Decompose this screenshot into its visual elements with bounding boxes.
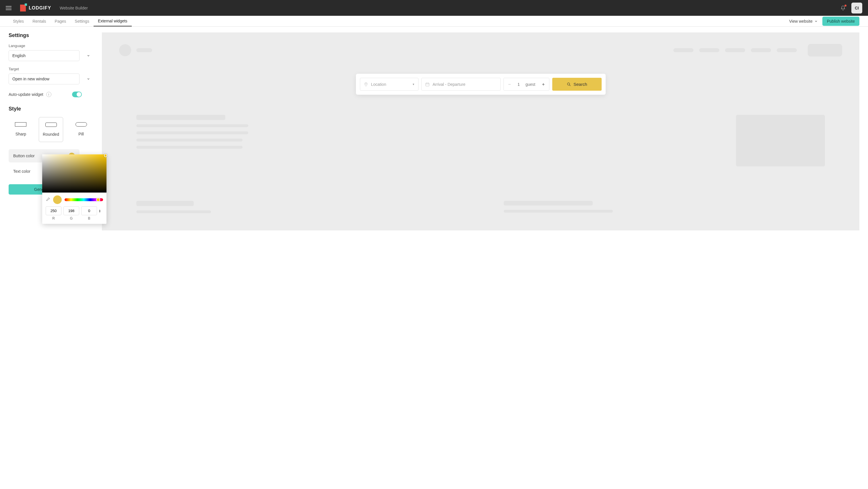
guest-count: 1 [518,82,520,87]
shape-rounded-label: Rounded [39,132,63,137]
view-website-link[interactable]: View website [789,19,817,24]
language-select[interactable]: English [9,50,80,61]
tab-external-widgets[interactable]: External widgets [94,16,132,26]
shape-option-sharp[interactable]: Sharp [9,117,33,142]
text-color-label: Text color [13,169,30,174]
avatar[interactable]: CI [851,3,862,13]
settings-title: Settings [9,32,93,38]
rgb-b-label: B [81,216,97,220]
rgb-g-label: G [63,216,79,220]
target-select[interactable]: Open in new window [9,73,80,85]
chevron-down-icon [87,77,90,80]
location-placeholder: Location [371,82,386,87]
search-button[interactable]: Search [552,78,601,91]
guests-field[interactable]: 1 guest [503,78,549,91]
view-website-label: View website [789,19,812,24]
skeleton-body [119,115,842,166]
sv-handle[interactable] [104,154,107,157]
tab-rentals[interactable]: Rentals [28,16,50,26]
settings-sidebar: Settings Language English Target Open in… [0,27,102,239]
svg-rect-1 [426,83,429,86]
dates-placeholder: Arrival - Departure [433,82,465,87]
picker-current-swatch [53,195,62,204]
search-icon [567,82,571,87]
tab-settings[interactable]: Settings [70,16,94,26]
button-color-label: Button color [13,154,35,158]
shape-pill-icon [75,122,87,127]
guest-decrease-button[interactable] [507,82,512,87]
hue-handle[interactable] [96,198,100,202]
tab-styles[interactable]: Styles [9,16,28,26]
tab-pages[interactable]: Pages [51,16,71,26]
rgb-r-label: R [45,216,61,220]
style-title: Style [9,106,93,112]
shape-sharp-icon [15,122,26,127]
calendar-icon [425,82,430,87]
target-value: Open in new window [12,77,50,81]
app-header: LODGIFY Website Builder CI [0,0,868,16]
breadcrumb: Website Builder [60,6,88,10]
menu-toggle-icon[interactable] [6,6,11,10]
chevron-down-icon: ▼ [412,83,415,86]
eyedropper-icon[interactable] [45,197,50,202]
color-mode-toggle[interactable]: ▴▾ [99,209,103,213]
language-value: English [12,53,26,58]
location-field[interactable]: Location ▼ [360,78,419,91]
svg-point-2 [567,83,570,85]
guest-label: guest [526,82,535,87]
info-icon[interactable]: i [46,92,51,97]
widget-preview: Location ▼ Arrival - Departure 1 guest S… [102,27,868,239]
search-button-label: Search [574,82,587,87]
color-picker: ▴▾ R G B [42,154,106,224]
guest-increase-button[interactable] [541,82,546,87]
target-label: Target [9,67,93,71]
chevron-down-icon [814,20,818,23]
shape-option-rounded[interactable]: Rounded [39,117,63,142]
skeleton-header [119,44,842,57]
shape-option-pill[interactable]: Pill [69,117,93,142]
tab-bar: Styles Rentals Pages Settings External w… [0,16,868,27]
rgb-r-input[interactable] [45,206,61,215]
notification-badge [844,5,846,7]
color-sv-panel[interactable] [42,154,106,193]
skeleton-footer [119,201,842,218]
notifications-icon[interactable] [840,5,846,11]
shape-pill-label: Pill [69,132,93,136]
rgb-b-input[interactable] [81,206,97,215]
rgb-g-input[interactable] [63,206,79,215]
publish-button[interactable]: Publish website [823,17,859,26]
auto-update-label: Auto-update widget [9,92,43,97]
location-pin-icon [364,82,368,87]
svg-point-0 [365,83,366,84]
hue-slider[interactable] [65,198,103,201]
logo-mark-icon [20,5,26,11]
logo[interactable]: LODGIFY [20,5,51,11]
chevron-down-icon [87,54,90,57]
shape-sharp-label: Sharp [9,132,33,136]
shape-rounded-icon [45,123,57,127]
language-label: Language [9,44,93,48]
auto-update-toggle[interactable] [72,92,82,97]
search-widget: Location ▼ Arrival - Departure 1 guest S… [356,74,606,95]
logo-text: LODGIFY [29,5,51,11]
dates-field[interactable]: Arrival - Departure [422,78,501,91]
